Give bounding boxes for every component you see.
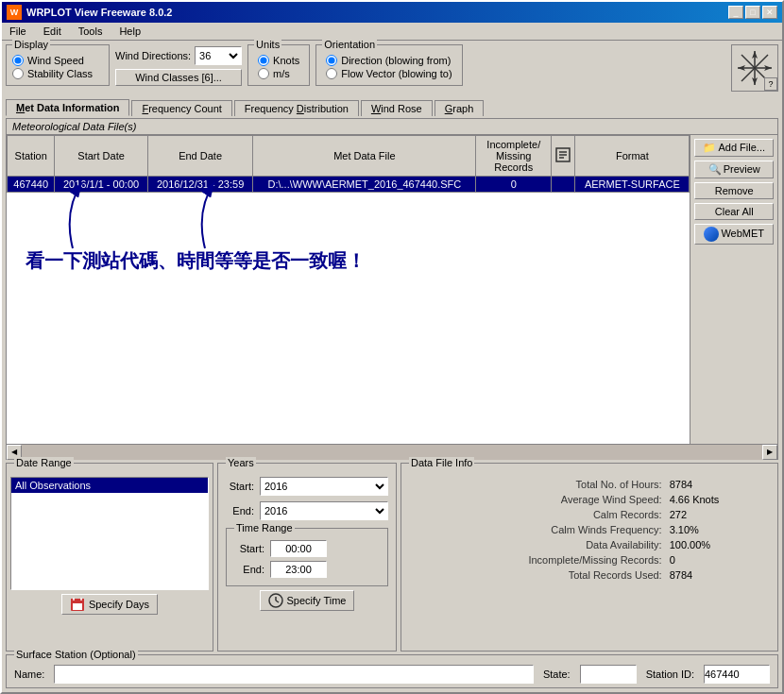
info-key-wind-speed: Average Wind Speed: bbox=[409, 492, 666, 507]
flow-vector-option[interactable]: Flow Vector (blowing to) bbox=[326, 68, 452, 79]
info-key-total-used: Total Records Used: bbox=[409, 567, 666, 583]
help-button[interactable]: ? bbox=[764, 77, 777, 91]
specify-time-button[interactable]: Specify Time bbox=[260, 590, 355, 611]
end-time-input[interactable] bbox=[270, 561, 327, 578]
table-buttons: 📁Add File... 🔍Preview Remove Clear All W… bbox=[690, 135, 777, 444]
table-row[interactable]: 467440 2016/1/1 - 00:00 2016/12/31 - 23:… bbox=[8, 177, 690, 193]
info-row-missing: Incomplete/Missing Records: 0 bbox=[409, 552, 770, 567]
start-year-select[interactable]: 2016 bbox=[260, 477, 388, 496]
direction-blowing-from-option[interactable]: Direction (blowing from) bbox=[326, 55, 452, 66]
menu-edit[interactable]: Edit bbox=[40, 25, 65, 38]
remove-button[interactable]: Remove bbox=[694, 182, 774, 199]
bottom-section: All Observations Specify Days bbox=[6, 463, 778, 652]
ms-label: m/s bbox=[273, 68, 290, 79]
knots-option[interactable]: Knots bbox=[258, 55, 299, 66]
preview-button[interactable]: 🔍Preview bbox=[694, 161, 774, 178]
clear-all-button[interactable]: Clear All bbox=[694, 203, 774, 220]
info-val-missing: 0 bbox=[666, 552, 770, 567]
station-state-label: State: bbox=[543, 669, 571, 680]
wind-directions-select[interactable]: 36 bbox=[195, 46, 242, 65]
date-range-list[interactable]: All Observations bbox=[10, 477, 209, 590]
info-table: Total No. of Hours: 8784 Average Wind Sp… bbox=[409, 477, 770, 583]
display-label: Display bbox=[12, 39, 50, 50]
table-with-buttons: Station Start Date End Date Met Data Fil… bbox=[7, 135, 777, 444]
scroll-track[interactable] bbox=[22, 445, 762, 460]
orientation-group: Orientation Direction (blowing from) Flo… bbox=[315, 44, 462, 86]
close-button[interactable]: ✕ bbox=[762, 6, 777, 19]
wind-speed-radio[interactable] bbox=[12, 55, 24, 66]
station-name-label: Name: bbox=[14, 669, 44, 680]
stability-class-radio[interactable] bbox=[12, 68, 24, 79]
col-start-date: Start Date bbox=[55, 136, 147, 177]
info-key-calm: Calm Records: bbox=[409, 507, 666, 522]
end-year-select[interactable]: 2016 bbox=[260, 501, 388, 520]
all-observations-item[interactable]: All Observations bbox=[11, 478, 208, 493]
app-icon: W bbox=[7, 5, 22, 20]
station-id-input[interactable] bbox=[704, 665, 770, 684]
units-group: Units Knots m/s bbox=[247, 44, 310, 86]
col-format: Format bbox=[575, 136, 690, 177]
scroll-right-button[interactable]: ▶ bbox=[762, 445, 777, 460]
panel-title: Meteorological Data File(s) bbox=[7, 119, 777, 135]
specify-time-row: Specify Time bbox=[226, 590, 388, 611]
specify-days-row: Specify Days bbox=[10, 594, 209, 615]
tab-frequency-count[interactable]: Frequency Count bbox=[131, 100, 231, 116]
knots-label: Knots bbox=[273, 55, 299, 66]
title-bar-left: W WRPLOT View Freeware 8.0.2 bbox=[7, 5, 172, 20]
knots-radio[interactable] bbox=[258, 55, 269, 66]
ms-option[interactable]: m/s bbox=[258, 68, 299, 79]
info-val-hours: 8784 bbox=[666, 477, 770, 492]
menu-tools[interactable]: Tools bbox=[75, 25, 107, 38]
menu-bar: File Edit Tools Help bbox=[2, 23, 782, 41]
main-window: W WRPLOT View Freeware 8.0.2 _ □ ✕ File … bbox=[0, 0, 784, 694]
station-name-input[interactable] bbox=[54, 665, 533, 684]
station-state-input[interactable] bbox=[580, 665, 637, 684]
cell-icon-col bbox=[552, 177, 575, 193]
end-time-label: End: bbox=[234, 564, 264, 575]
cell-met-file: D:\...\WWW\AERMET_2016_467440.SFC bbox=[253, 177, 476, 193]
webmet-button[interactable]: WebMET bbox=[694, 224, 774, 245]
tab-wind-rose[interactable]: Wind Rose bbox=[361, 100, 433, 116]
info-row-calm-freq: Calm Winds Frequency: 3.10% bbox=[409, 522, 770, 537]
cell-format: AERMET-SURFACE bbox=[575, 177, 690, 193]
svg-rect-16 bbox=[73, 603, 82, 610]
tab-met-data-information[interactable]: Met Data Information bbox=[6, 99, 129, 116]
tab-frequency-distribution[interactable]: Frequency Distribution bbox=[234, 100, 359, 116]
menu-help[interactable]: Help bbox=[115, 25, 145, 38]
end-time-row: End: bbox=[234, 561, 380, 578]
info-key-missing: Incomplete/Missing Records: bbox=[409, 552, 666, 567]
surface-station-box: Name: State: Station ID: bbox=[6, 654, 778, 688]
direction-from-radio[interactable] bbox=[326, 55, 337, 66]
end-year-row: End: 2016 bbox=[226, 501, 388, 520]
window-title: WRPLOT View Freeware 8.0.2 bbox=[26, 7, 172, 18]
info-val-wind-speed: 4.66 Knots bbox=[666, 492, 770, 507]
tab-graph[interactable]: Graph bbox=[435, 100, 485, 116]
specify-days-button[interactable]: Specify Days bbox=[61, 594, 158, 615]
start-time-input[interactable] bbox=[270, 540, 327, 557]
minimize-button[interactable]: _ bbox=[728, 6, 743, 19]
stability-class-option[interactable]: Stability Class bbox=[12, 68, 103, 79]
wind-speed-option[interactable]: Wind Speed bbox=[12, 55, 103, 66]
info-val-calm-freq: 3.10% bbox=[666, 522, 770, 537]
add-file-button[interactable]: 📁Add File... bbox=[694, 139, 774, 157]
flow-vector-radio[interactable] bbox=[326, 68, 337, 79]
start-year-label: Start: bbox=[226, 481, 254, 492]
annotation-text: 看一下測站代碼、時間等等是否一致喔！ bbox=[26, 248, 366, 274]
ms-radio[interactable] bbox=[258, 68, 269, 79]
menu-file[interactable]: File bbox=[6, 25, 30, 38]
display-group: Display Wind Speed Stability Class bbox=[6, 44, 110, 86]
wind-directions-label: Wind Directions: bbox=[115, 50, 191, 61]
units-label: Units bbox=[254, 39, 281, 50]
col-station: Station bbox=[8, 136, 55, 177]
title-buttons: _ □ ✕ bbox=[728, 6, 777, 19]
wind-dir-group: Wind Directions: 36 Wind Classes [6]... bbox=[115, 44, 242, 86]
main-panel: Meteorological Data File(s) Station Star… bbox=[6, 118, 778, 460]
wind-classes-button[interactable]: Wind Classes [6]... bbox=[115, 69, 242, 86]
top-controls: Display Wind Speed Stability Class Wind … bbox=[6, 44, 778, 92]
maximize-button[interactable]: □ bbox=[745, 6, 760, 19]
table-area[interactable]: Station Start Date End Date Met Data Fil… bbox=[7, 135, 690, 444]
svg-line-21 bbox=[276, 601, 279, 602]
info-val-availability: 100.00% bbox=[666, 537, 770, 552]
direction-from-label: Direction (blowing from) bbox=[341, 55, 451, 66]
horizontal-scrollbar[interactable]: ◀ ▶ bbox=[7, 444, 777, 459]
